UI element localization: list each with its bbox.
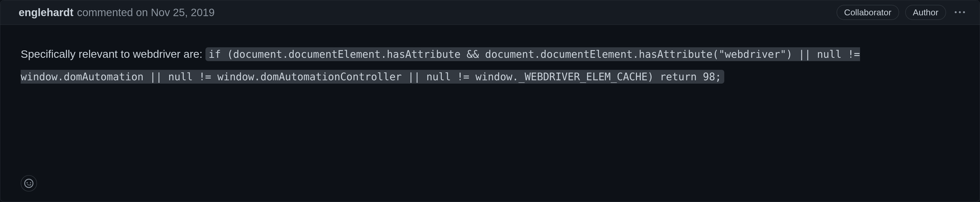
comment-container: englehardt commented on Nov 25, 2019 Col…: [0, 0, 980, 202]
author-badge: Author: [905, 5, 946, 20]
kebab-horizontal-icon: [955, 7, 965, 18]
comment-body: Specifically relevant to webdriver are: …: [0, 25, 980, 175]
date-prefix: on: [136, 6, 148, 18]
comment-header-left: englehardt commented on Nov 25, 2019: [19, 6, 215, 19]
comment-author-link[interactable]: englehardt: [19, 6, 73, 19]
reaction-row: [0, 175, 980, 202]
comment-timestamp-link[interactable]: Nov 25, 2019: [151, 6, 215, 18]
comment-lead-text: Specifically relevant to webdriver are:: [21, 48, 205, 60]
smiley-icon: [24, 179, 33, 188]
comment-paragraph: Specifically relevant to webdriver are: …: [21, 43, 959, 88]
commented-label: commented: [77, 6, 133, 18]
comment-header: englehardt commented on Nov 25, 2019 Col…: [0, 0, 980, 25]
comment-action-text: commented on Nov 25, 2019: [77, 6, 215, 19]
comment-header-right: Collaborator Author: [837, 5, 967, 20]
collaborator-badge: Collaborator: [837, 5, 899, 20]
add-reaction-button[interactable]: [21, 175, 37, 191]
comment-actions-menu-button[interactable]: [952, 5, 967, 20]
